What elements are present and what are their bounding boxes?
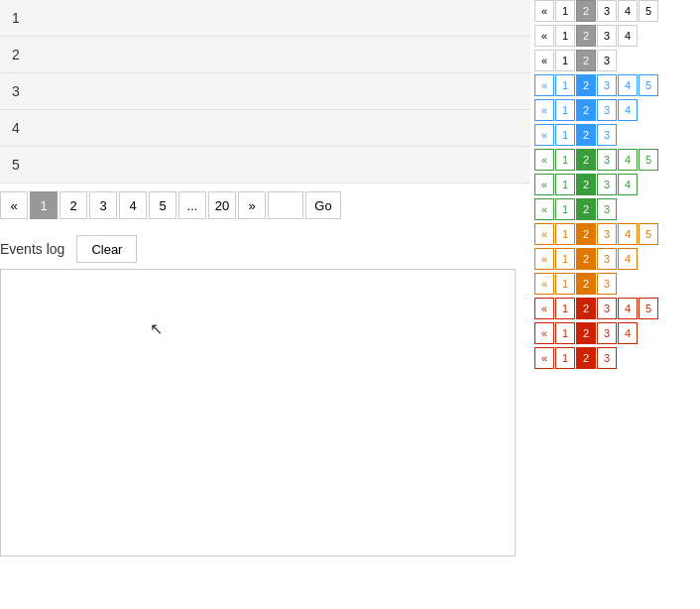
pag-4[interactable]: 4 [618,298,638,319]
pag-prev[interactable]: « [534,99,554,121]
pag-1[interactable]: 1 [555,347,575,369]
ellipsis: ... [178,191,206,219]
pag-3[interactable]: 3 [597,347,617,369]
right-panel: « 1 2 3 4 5 « 1 2 3 4 « 1 2 3 « 1 2 3 4 … [530,0,700,609]
pag-2[interactable]: 2 [576,99,596,121]
pag-prev[interactable]: « [534,322,554,344]
table-row: 5 [0,147,530,183]
pag-3[interactable]: 3 [597,124,617,146]
pag-prev[interactable]: « [534,298,554,319]
cursor-icon: ↖ [150,319,163,338]
pag-1[interactable]: 1 [555,198,575,220]
pag-2[interactable]: 2 [576,50,596,71]
pag-4[interactable]: 4 [618,322,638,344]
page-4-button[interactable]: 4 [119,191,147,219]
pag-2[interactable]: 2 [576,322,596,344]
paginator-row-12: « 1 2 3 [534,273,700,295]
page-3-button[interactable]: 3 [89,191,117,219]
pag-5[interactable]: 5 [639,149,658,171]
clear-button[interactable]: Clear [76,235,137,263]
pag-4[interactable]: 4 [618,25,638,47]
pag-2[interactable]: 2 [576,25,596,47]
pag-3[interactable]: 3 [597,25,617,47]
paginator-row-15: « 1 2 3 [534,347,700,369]
pag-5[interactable]: 5 [639,74,658,96]
pag-prev[interactable]: « [534,223,554,245]
pag-prev[interactable]: « [534,149,554,171]
pag-1[interactable]: 1 [555,149,575,171]
pag-2[interactable]: 2 [576,198,596,220]
pag-prev[interactable]: « [534,0,554,22]
pag-3[interactable]: 3 [597,99,617,121]
page-1-button[interactable]: 1 [30,191,58,219]
pag-2[interactable]: 2 [576,298,596,319]
pag-1[interactable]: 1 [555,273,575,295]
pag-1[interactable]: 1 [555,0,575,22]
table-rows: 1 2 3 4 5 [0,0,530,183]
pag-2[interactable]: 2 [576,0,596,22]
table-row: 2 [0,37,530,73]
pagination-bar: « 1 2 3 4 5 ... 20 » Go [0,183,530,227]
pag-1[interactable]: 1 [555,298,575,319]
pag-5[interactable]: 5 [639,223,658,245]
pag-5[interactable]: 5 [639,298,658,319]
pag-4[interactable]: 4 [618,223,638,245]
pag-3[interactable]: 3 [597,248,617,270]
pag-prev[interactable]: « [534,273,554,295]
pag-prev[interactable]: « [534,347,554,369]
pag-3[interactable]: 3 [597,198,617,220]
events-log-label: Events log [0,241,64,257]
pag-5[interactable]: 5 [639,0,658,22]
pag-prev[interactable]: « [534,74,554,96]
last-page-button[interactable]: 20 [208,191,236,219]
pag-3[interactable]: 3 [597,273,617,295]
paginator-row-1: « 1 2 3 4 5 [534,0,700,22]
pag-3[interactable]: 3 [597,74,617,96]
next-page-button[interactable]: » [238,191,266,219]
pag-1[interactable]: 1 [555,174,575,195]
pag-1[interactable]: 1 [555,322,575,344]
go-button[interactable]: Go [305,191,341,219]
pag-prev[interactable]: « [534,174,554,195]
pag-1[interactable]: 1 [555,99,575,121]
pag-prev[interactable]: « [534,248,554,270]
pag-4[interactable]: 4 [618,99,638,121]
page-2-button[interactable]: 2 [59,191,87,219]
pag-prev[interactable]: « [534,25,554,47]
pag-3[interactable]: 3 [597,149,617,171]
paginator-row-5: « 1 2 3 4 [534,99,700,121]
pag-1[interactable]: 1 [555,248,575,270]
pag-3[interactable]: 3 [597,0,617,22]
pag-1[interactable]: 1 [555,74,575,96]
pag-2[interactable]: 2 [576,74,596,96]
pag-prev[interactable]: « [534,50,554,71]
pag-1[interactable]: 1 [555,124,575,146]
pag-2[interactable]: 2 [576,223,596,245]
prev-page-button[interactable]: « [0,191,28,219]
paginator-row-13: « 1 2 3 4 5 [534,298,700,319]
pag-1[interactable]: 1 [555,223,575,245]
pag-4[interactable]: 4 [618,74,638,96]
pag-4[interactable]: 4 [618,0,638,22]
pag-4[interactable]: 4 [618,149,638,171]
pag-4[interactable]: 4 [618,174,638,195]
pag-2[interactable]: 2 [576,347,596,369]
pag-prev[interactable]: « [534,124,554,146]
page-5-button[interactable]: 5 [149,191,176,219]
pag-3[interactable]: 3 [597,223,617,245]
pag-prev[interactable]: « [534,198,554,220]
pag-2[interactable]: 2 [576,149,596,171]
page-number-input[interactable] [268,191,303,219]
pag-1[interactable]: 1 [555,50,575,71]
pag-3[interactable]: 3 [597,298,617,319]
pag-2[interactable]: 2 [576,124,596,146]
pag-1[interactable]: 1 [555,25,575,47]
pag-2[interactable]: 2 [576,273,596,295]
pag-2[interactable]: 2 [576,248,596,270]
pag-4[interactable]: 4 [618,248,638,270]
pag-3[interactable]: 3 [597,50,617,71]
paginator-row-2: « 1 2 3 4 [534,25,700,47]
pag-3[interactable]: 3 [597,174,617,195]
pag-2[interactable]: 2 [576,174,596,195]
pag-3[interactable]: 3 [597,322,617,344]
